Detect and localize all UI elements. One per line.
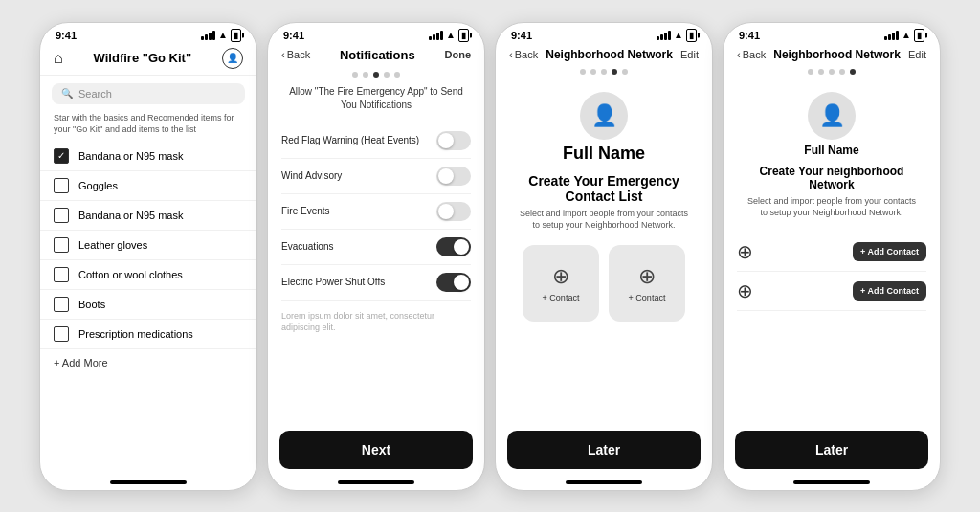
neighborhood-title-4: Neighborhood Network bbox=[773, 48, 901, 61]
bottom-bar bbox=[793, 480, 870, 484]
status-icons-2: ▲ ▮ bbox=[429, 29, 469, 42]
time-4: 9:41 bbox=[739, 30, 760, 41]
contact-plus-label-2: + Contact bbox=[629, 293, 666, 302]
list-item[interactable]: Cotton or wool clothes bbox=[40, 260, 256, 290]
item-label-1: Bandana or N95 mask bbox=[78, 150, 183, 162]
edit-button[interactable]: Edit bbox=[680, 49, 699, 60]
notif-label-1: Red Flag Warning (Heat Events) bbox=[281, 135, 419, 145]
notif-label-5: Electric Power Shut Offs bbox=[281, 277, 385, 287]
neighborhood-row-2: ⊕ + Add Contact bbox=[737, 272, 926, 311]
wifi-icon: ▲ bbox=[446, 30, 456, 40]
checkbox-1[interactable] bbox=[54, 148, 69, 164]
signal-icon bbox=[884, 31, 899, 40]
status-bar-2: 9:41 ▲ ▮ bbox=[268, 23, 484, 44]
time-2: 9:41 bbox=[283, 30, 304, 41]
full-name: Full Name bbox=[563, 144, 645, 164]
phone4-header: ‹ Back Neighborhood Network Edit bbox=[724, 44, 940, 67]
status-icons-4: ▲ ▮ bbox=[884, 29, 924, 42]
phone1-title: Wildfire "Go Kit" bbox=[94, 51, 191, 65]
checkbox-6[interactable] bbox=[54, 297, 69, 312]
contact-plus-label-1: + Contact bbox=[543, 293, 580, 302]
phone2-header: ‹ Back Notifications Done bbox=[268, 44, 484, 70]
house-icon-2: ⊕ bbox=[737, 279, 753, 302]
item-label-3: Bandana or N95 mask bbox=[78, 210, 183, 221]
toggle-3[interactable] bbox=[436, 202, 471, 221]
checkbox-4[interactable] bbox=[54, 237, 69, 253]
notif-row-2: Wind Advisory bbox=[281, 159, 471, 194]
wifi-icon: ▲ bbox=[218, 30, 228, 40]
list-item[interactable]: Bandana or N95 mask bbox=[40, 201, 256, 231]
item-label-2: Goggles bbox=[78, 180, 118, 191]
toggle-1[interactable] bbox=[436, 131, 471, 150]
house-icon-1: ⊕ bbox=[737, 240, 753, 263]
phone-2-notifications: 9:41 ▲ ▮ ‹ Back Notifications Done bbox=[267, 22, 485, 491]
checkbox-5[interactable] bbox=[54, 267, 69, 282]
notifications-title: Notifications bbox=[340, 48, 415, 62]
checkbox-2[interactable] bbox=[54, 178, 69, 193]
search-bar[interactable]: 🔍 Search bbox=[52, 83, 245, 104]
dot-4 bbox=[839, 69, 845, 75]
notif-row-4: Evacuations bbox=[281, 230, 471, 265]
profile-avatar-4: 👤 bbox=[808, 92, 856, 140]
wifi-icon: ▲ bbox=[902, 30, 911, 40]
lorem-text: Lorem ipsum dolor sit amet, consectetur … bbox=[281, 310, 471, 334]
add-contact-button-2[interactable]: + Add Contact bbox=[853, 281, 926, 301]
status-bar-1: 9:41 ▲ ▮ bbox=[40, 23, 256, 44]
dot-2 bbox=[363, 72, 368, 78]
toggle-5[interactable] bbox=[436, 273, 471, 292]
toggle-4[interactable] bbox=[436, 237, 471, 256]
list-item[interactable]: Boots bbox=[40, 290, 256, 320]
neighborhood-section-title: Create Your neighborhood Network bbox=[724, 165, 940, 195]
back-button[interactable]: ‹ Back bbox=[509, 49, 538, 60]
home-icon[interactable]: ⌂ bbox=[54, 50, 63, 67]
back-button[interactable]: ‹ Back bbox=[281, 49, 310, 60]
dot-3 bbox=[829, 69, 835, 75]
contact-section-title: Create Your Emergency Contact List bbox=[496, 173, 712, 208]
house-plus-icon-1: ⊕ bbox=[552, 264, 569, 289]
dot-5 bbox=[622, 69, 628, 75]
item-label-6: Boots bbox=[78, 299, 105, 310]
wifi-icon: ▲ bbox=[674, 30, 683, 40]
phone-3-emergency-contact: 9:41 ▲ ▮ ‹ Back Neighborhood Network Edi… bbox=[495, 22, 713, 491]
add-more-button[interactable]: + Add More bbox=[40, 349, 256, 376]
progress-dots-4 bbox=[724, 67, 940, 82]
list-item[interactable]: Prescription medications bbox=[40, 320, 256, 349]
contact-card-1[interactable]: ⊕ + Contact bbox=[523, 245, 599, 322]
contacts-grid: ⊕ + Contact ⊕ + Contact bbox=[496, 239, 712, 423]
list-item[interactable]: Goggles bbox=[40, 171, 256, 201]
notif-label-2: Wind Advisory bbox=[281, 170, 342, 181]
list-item[interactable]: Leather gloves bbox=[40, 231, 256, 260]
dot-2 bbox=[818, 69, 824, 75]
notif-description: Allow "The Fire Emergency App" to Send Y… bbox=[281, 85, 471, 112]
contact-card-2[interactable]: ⊕ + Contact bbox=[609, 245, 685, 322]
full-name-4: Full Name bbox=[804, 144, 858, 157]
house-plus-icon-2: ⊕ bbox=[638, 264, 656, 289]
checkbox-7[interactable] bbox=[54, 326, 69, 342]
notifications-body: Allow "The Fire Emergency App" to Send Y… bbox=[268, 85, 484, 423]
notif-row-3: Fire Events bbox=[281, 194, 471, 230]
avatar[interactable]: 👤 bbox=[222, 48, 243, 69]
dot-5 bbox=[850, 69, 856, 75]
later-button[interactable]: Later bbox=[507, 431, 701, 469]
phone1-header: ⌂ Wildfire "Go Kit" 👤 bbox=[40, 44, 256, 76]
edit-button-4[interactable]: Edit bbox=[908, 49, 926, 60]
status-icons-3: ▲ ▮ bbox=[657, 29, 697, 42]
back-button-4[interactable]: ‹ Back bbox=[737, 49, 766, 60]
list-item[interactable]: Bandana or N95 mask bbox=[40, 142, 256, 171]
done-button[interactable]: Done bbox=[445, 49, 472, 60]
checkbox-3[interactable] bbox=[54, 208, 69, 223]
phone-4-neighborhood-network: 9:41 ▲ ▮ ‹ Back Neighborhood Network Edi… bbox=[723, 22, 941, 491]
dot-4 bbox=[612, 69, 617, 75]
notif-label-4: Evacuations bbox=[281, 241, 333, 252]
toggle-2[interactable] bbox=[436, 167, 471, 186]
battery-icon: ▮ bbox=[458, 29, 469, 42]
bottom-bar bbox=[338, 480, 414, 484]
profile-section: 👤 Full Name bbox=[496, 82, 712, 173]
add-contact-button-1[interactable]: + Add Contact bbox=[853, 242, 926, 261]
dot-2 bbox=[590, 69, 596, 75]
next-button[interactable]: Next bbox=[279, 431, 473, 469]
dot-1 bbox=[352, 72, 358, 78]
dot-1 bbox=[580, 69, 586, 75]
profile-avatar: 👤 bbox=[580, 92, 628, 140]
later-button-4[interactable]: Later bbox=[735, 431, 928, 469]
